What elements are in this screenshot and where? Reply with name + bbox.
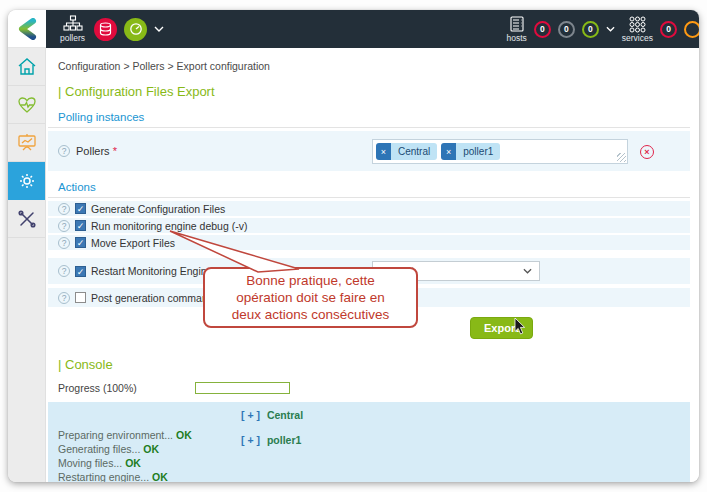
run-debug-checkbox[interactable]: ✓ <box>75 220 86 231</box>
log-status: OK <box>125 457 141 469</box>
progress-label: Progress (100%) <box>58 382 195 394</box>
chevron-down-icon <box>523 268 532 274</box>
sidebar-item-configuration[interactable] <box>8 162 45 200</box>
help-icon[interactable]: ? <box>58 203 70 215</box>
log-line: Restarting engine...OK <box>58 470 192 482</box>
database-error-icon[interactable] <box>94 18 117 41</box>
app-window: pollers <box>8 10 699 482</box>
sidebar-item-monitoring[interactable] <box>8 86 45 124</box>
move-export-checkbox[interactable]: ✓ <box>75 237 86 248</box>
console-log: Preparing environment...OK Generating fi… <box>58 428 192 482</box>
action-row-debug: ? ✓ Run monitoring engine debug (-v) <box>48 218 690 233</box>
page-title: | Configuration Files Export <box>48 84 690 99</box>
crossed-tools-icon <box>17 209 37 229</box>
sidebar-item-reporting[interactable] <box>8 124 45 162</box>
expand-icon[interactable]: [ + ] <box>241 434 260 446</box>
help-icon[interactable]: ? <box>58 237 70 249</box>
export-button[interactable]: Export <box>470 317 533 339</box>
services-warning-badge[interactable] <box>684 21 699 38</box>
home-icon <box>17 57 37 76</box>
hosts-icon <box>508 16 526 33</box>
poller-name: poller1 <box>267 434 301 446</box>
log-status: OK <box>143 443 159 455</box>
screenshot-stage: pollers <box>0 0 707 492</box>
pollers-sitemap-icon <box>63 15 83 33</box>
pollers-label: pollers <box>60 34 85 43</box>
tag-poller1: × poller1 <box>441 143 500 160</box>
presentation-chart-icon <box>17 133 37 152</box>
status-counters: hosts 0 0 0 <box>506 16 691 43</box>
annotation-callout: Bonne pratique, cette opération doit se … <box>203 267 418 328</box>
sidebar-item-home[interactable] <box>8 48 45 86</box>
checkbox-label: Post generation command <box>91 292 214 304</box>
checkbox-label: Generate Configuration Files <box>91 203 225 215</box>
pollers-field-label: Pollers * <box>76 145 117 157</box>
console-poller-poller1: [ + ] poller1 <box>241 434 303 446</box>
hosts-down-badge[interactable]: 0 <box>534 21 551 38</box>
services-critical-badge[interactable]: 0 <box>660 21 677 38</box>
generate-files-checkbox[interactable]: ✓ <box>75 203 86 214</box>
hosts-menu[interactable]: hosts <box>506 16 526 43</box>
breadcrumb-item-configuration[interactable]: Configuration <box>58 60 120 72</box>
breadcrumb-item-pollers[interactable]: Pollers <box>132 60 164 72</box>
services-icon <box>628 16 647 33</box>
help-icon[interactable]: ? <box>58 145 70 157</box>
tag-label: Central <box>391 143 437 160</box>
breadcrumb-separator: > <box>123 60 129 72</box>
heart-pulse-icon <box>17 96 37 114</box>
help-icon[interactable]: ? <box>58 220 70 232</box>
tag-label: poller1 <box>456 143 500 160</box>
callout-line: Bonne pratique, cette <box>246 272 374 289</box>
log-status: OK <box>176 429 192 441</box>
log-line: Preparing environment...OK <box>58 428 192 442</box>
action-row-move: ? ✓ Move Export Files <box>48 235 690 250</box>
callout-line: deux actions consécutives <box>232 306 390 323</box>
restart-engine-checkbox[interactable]: ✓ <box>75 266 86 277</box>
sidebar <box>8 48 46 482</box>
help-icon[interactable]: ? <box>58 292 70 304</box>
breadcrumb-separator: > <box>167 60 173 72</box>
pollers-menu[interactable]: pollers <box>60 15 85 43</box>
breadcrumb-item-export[interactable]: Export configuration <box>177 60 270 72</box>
resize-handle-icon[interactable] <box>617 153 626 162</box>
navbar: pollers <box>46 10 699 48</box>
console-poller-list: [ + ] Central [ + ] poller1 <box>241 409 303 459</box>
log-line: Moving files...OK <box>58 456 192 470</box>
content: Configuration > Pollers > Export configu… <box>46 48 699 482</box>
callout-line: opération doit se faire en <box>236 289 385 306</box>
hosts-up-badge[interactable]: 0 <box>582 21 599 38</box>
poller-name: Central <box>267 409 303 421</box>
pollers-field-row: ? Pollers * × Central × poller1 <box>48 131 690 171</box>
pollers-input[interactable]: × Central × poller1 <box>372 139 628 164</box>
post-generation-checkbox[interactable] <box>75 292 86 303</box>
hosts-label: hosts <box>506 34 526 43</box>
engine-status-icon[interactable] <box>124 18 147 41</box>
expand-icon[interactable]: [ + ] <box>241 409 260 421</box>
action-row-generate: ? ✓ Generate Configuration Files <box>48 201 690 216</box>
log-status: OK <box>152 471 168 482</box>
services-menu[interactable]: services <box>622 16 653 43</box>
progress-bar <box>195 382 290 394</box>
tag-central: × Central <box>376 143 437 160</box>
console-poller-central: [ + ] Central <box>241 409 303 421</box>
breadcrumb: Configuration > Pollers > Export configu… <box>48 60 690 72</box>
checkbox-label: Run monitoring engine debug (-v) <box>91 220 247 232</box>
section-actions: Actions <box>48 178 690 198</box>
chevron-down-icon[interactable] <box>154 26 164 32</box>
checkbox-label: Restart Monitoring Engine <box>91 265 212 277</box>
chevron-down-icon[interactable] <box>606 26 615 32</box>
progress-row: Progress (100%) <box>48 378 690 398</box>
log-line: Generating files...OK <box>58 442 192 456</box>
poller-status-icons <box>94 18 164 41</box>
remove-tag-icon[interactable]: × <box>376 143 391 160</box>
help-icon[interactable]: ? <box>58 265 70 277</box>
clear-field-icon[interactable]: × <box>640 145 654 159</box>
sidebar-item-administration[interactable] <box>8 200 45 238</box>
section-polling-instances: Polling instances <box>48 108 690 128</box>
top-bar: pollers <box>8 10 699 48</box>
centreon-logo-icon <box>16 18 38 40</box>
hosts-unreachable-badge[interactable]: 0 <box>558 21 575 38</box>
main-area: Configuration > Pollers > Export configu… <box>8 48 699 482</box>
remove-tag-icon[interactable]: × <box>441 143 456 160</box>
centreon-logo[interactable] <box>8 10 46 48</box>
